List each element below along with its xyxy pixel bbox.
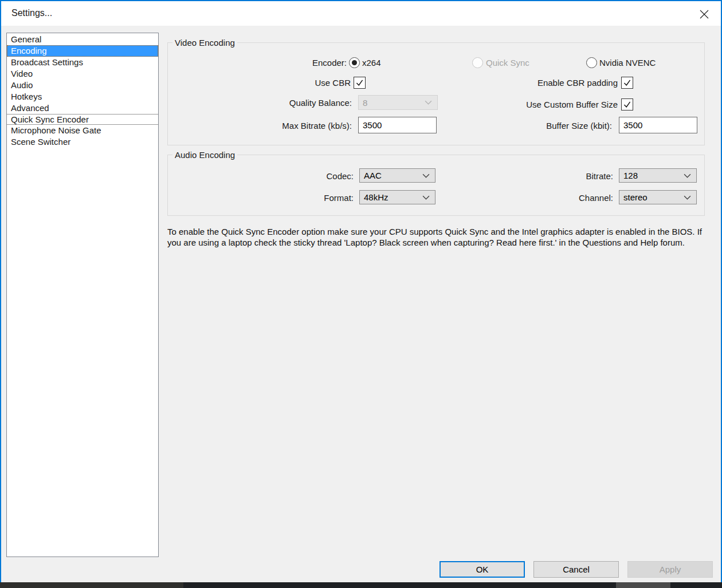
chevron-down-icon bbox=[422, 195, 430, 200]
codec-label: Codec: bbox=[225, 171, 354, 181]
settings-category-list: General Encoding Broadcast Settings Vide… bbox=[6, 33, 159, 557]
quick-sync-info-text: To enable the Quick Sync Encoder option … bbox=[167, 226, 704, 248]
enable-cbr-padding-label: Enable CBR padding bbox=[437, 78, 618, 88]
buffer-size-label: Buffer Size (kbit): bbox=[431, 121, 612, 131]
use-cbr-label: Use CBR bbox=[230, 78, 351, 88]
enable-cbr-padding-checkbox[interactable] bbox=[621, 77, 633, 89]
bitrate-select[interactable]: 128 bbox=[619, 168, 697, 183]
background-segment bbox=[670, 582, 722, 588]
encoder-nvenc-radio[interactable] bbox=[586, 57, 597, 68]
audio-encoding-group-title: Audio Encoding bbox=[172, 150, 237, 160]
quality-balance-select: 8 bbox=[358, 95, 438, 110]
chevron-down-icon bbox=[425, 100, 432, 105]
codec-value: AAC bbox=[364, 171, 382, 180]
radio-dot bbox=[352, 60, 357, 65]
chevron-down-icon bbox=[422, 173, 430, 178]
settings-dialog: Settings... General Encoding Broadcast S… bbox=[0, 0, 722, 582]
codec-select[interactable]: AAC bbox=[359, 168, 435, 183]
sidebar-item-microphone-noise-gate[interactable]: Microphone Noise Gate bbox=[7, 125, 158, 136]
use-custom-buffer-checkbox[interactable] bbox=[621, 98, 633, 111]
quality-balance-value: 8 bbox=[363, 98, 367, 108]
encoder-x264-label[interactable]: x264 bbox=[362, 58, 381, 68]
channel-value: stereo bbox=[623, 192, 648, 202]
window-title: Settings... bbox=[11, 8, 52, 18]
sidebar-item-quick-sync-encoder[interactable]: Quick Sync Encoder bbox=[7, 114, 158, 125]
sidebar-item-encoding[interactable]: Encoding bbox=[7, 45, 158, 57]
close-button[interactable] bbox=[694, 6, 714, 22]
sidebar-item-advanced[interactable]: Advanced bbox=[7, 102, 158, 114]
video-encoding-group-title: Video Encoding bbox=[172, 38, 237, 48]
chevron-down-icon bbox=[684, 195, 691, 200]
encoder-quick-sync-label: Quick Sync bbox=[486, 58, 529, 68]
cancel-button[interactable]: Cancel bbox=[533, 561, 619, 578]
check-icon bbox=[622, 100, 632, 109]
max-bitrate-label: Max Bitrate (kb/s): bbox=[225, 121, 352, 131]
sidebar-item-audio[interactable]: Audio bbox=[7, 80, 158, 91]
background-segment bbox=[0, 582, 183, 588]
check-icon bbox=[355, 78, 364, 88]
buffer-size-input[interactable] bbox=[619, 117, 697, 133]
background-segment bbox=[616, 582, 670, 588]
bitrate-value: 128 bbox=[623, 171, 638, 180]
format-label: Format: bbox=[225, 193, 354, 203]
max-bitrate-input[interactable] bbox=[358, 117, 437, 133]
format-value: 48kHz bbox=[364, 192, 389, 202]
sidebar-item-broadcast-settings[interactable]: Broadcast Settings bbox=[7, 57, 158, 68]
format-select[interactable]: 48kHz bbox=[359, 190, 435, 204]
encoder-nvenc-label[interactable]: Nvidia NVENC bbox=[599, 58, 656, 68]
chevron-down-icon bbox=[684, 173, 691, 178]
apply-button: Apply bbox=[627, 561, 713, 578]
audio-encoding-group: Audio Encoding bbox=[167, 155, 705, 216]
close-icon bbox=[699, 9, 710, 20]
sidebar-item-hotkeys[interactable]: Hotkeys bbox=[7, 91, 158, 102]
bitrate-label: Bitrate: bbox=[431, 171, 613, 181]
encoder-quick-sync-radio bbox=[472, 57, 483, 68]
sidebar-item-scene-switcher[interactable]: Scene Switcher bbox=[7, 136, 158, 148]
encoder-x264-radio[interactable] bbox=[349, 57, 360, 68]
channel-label: Channel: bbox=[431, 193, 613, 203]
quality-balance-label: Quality Balance: bbox=[225, 98, 352, 108]
sidebar-item-general[interactable]: General bbox=[7, 34, 158, 45]
channel-select[interactable]: stereo bbox=[619, 190, 697, 204]
check-icon bbox=[622, 78, 632, 88]
screen: Settings... General Encoding Broadcast S… bbox=[0, 0, 722, 588]
background-window-strip bbox=[0, 582, 722, 588]
encoder-label: Encoder: bbox=[225, 58, 347, 68]
use-cbr-checkbox[interactable] bbox=[354, 77, 366, 89]
sidebar-item-video[interactable]: Video bbox=[7, 68, 158, 80]
ok-button[interactable]: OK bbox=[440, 561, 525, 578]
use-custom-buffer-label: Use Custom Buffer Size bbox=[437, 100, 618, 109]
background-segment bbox=[183, 582, 616, 588]
titlebar[interactable]: Settings... bbox=[1, 1, 721, 26]
